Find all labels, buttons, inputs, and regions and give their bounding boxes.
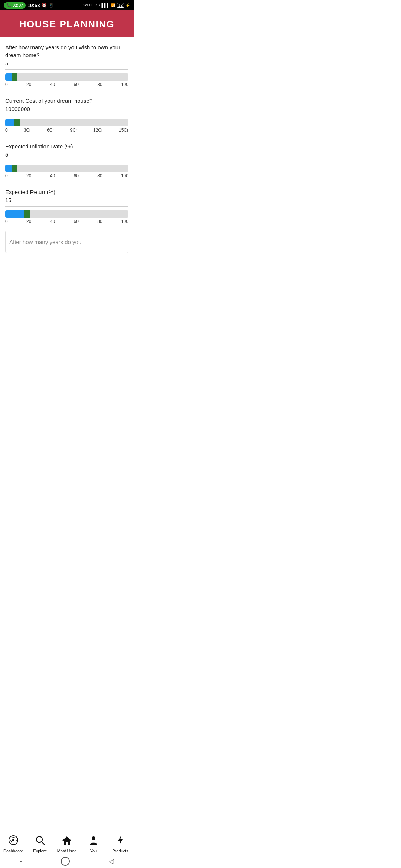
divider-return [5, 206, 128, 207]
ret-label-80: 80 [97, 219, 102, 224]
ret-label-100: 100 [121, 219, 128, 224]
label-60: 60 [74, 82, 78, 87]
main-content: After how many years do you wish to own … [0, 37, 134, 305]
status-bar: 📞 02:07 19:58 ⏰ 📱 VoLTE 4G ▌▌▌ 📶 12 ⚡ [0, 0, 134, 10]
ret-label-20: 20 [26, 219, 31, 224]
slider-years[interactable]: 0 20 40 60 80 100 [5, 73, 128, 87]
wifi-icon: 📶 [111, 3, 115, 7]
battery-icon: 12 [117, 3, 124, 8]
question-inflation-label: Expected Inflation Rate (%) [5, 142, 128, 150]
slider-inflation[interactable]: 0 20 40 60 80 100 [5, 165, 128, 178]
inf-label-100: 100 [121, 173, 128, 178]
divider-cost [5, 115, 128, 115]
slider-return-track[interactable] [5, 210, 128, 218]
question-cost: Current Cost of your dream house? 100000… [5, 90, 128, 136]
call-icon: 📱 [49, 3, 54, 8]
status-right: VoLTE 4G ▌▌▌ 📶 12 ⚡ [82, 3, 130, 8]
slider-cost-track[interactable] [5, 119, 128, 126]
slider-inflation-labels: 0 20 40 60 80 100 [5, 173, 128, 178]
label-0: 0 [5, 82, 8, 87]
divider-inflation [5, 161, 128, 161]
label-9cr: 9Cr [70, 128, 77, 133]
inf-label-20: 20 [26, 173, 31, 178]
question-years-value: 5 [5, 60, 128, 66]
4g-icon: 4G [96, 3, 100, 7]
slider-return-green [24, 210, 30, 218]
slider-inflation-green [12, 165, 17, 172]
slider-years-blue [5, 73, 12, 81]
bolt-icon: ⚡ [125, 3, 130, 7]
slider-cost[interactable]: 0 3Cr 6Cr 9Cr 12Cr 15Cr [5, 119, 128, 133]
slider-years-labels: 0 20 40 60 80 100 [5, 82, 128, 87]
ret-label-40: 40 [50, 219, 55, 224]
app-title: HOUSE PLANNING [4, 19, 130, 30]
question-years-label: After how many years do you wish to own … [5, 43, 128, 59]
slider-inflation-track[interactable] [5, 165, 128, 172]
status-left: 📞 02:07 19:58 ⏰ 📱 [4, 2, 54, 9]
slider-return-labels: 0 20 40 60 80 100 [5, 219, 128, 224]
slider-years-track[interactable] [5, 73, 128, 81]
label-6cr: 6Cr [47, 128, 54, 133]
question-cost-value: 10000000 [5, 106, 128, 112]
slider-cost-labels: 0 3Cr 6Cr 9Cr 12Cr 15Cr [5, 128, 128, 133]
question-return-label: Expected Return(%) [5, 188, 128, 196]
slider-return-blue [5, 210, 24, 218]
label-12cr: 12Cr [93, 128, 103, 133]
inf-label-80: 80 [97, 173, 102, 178]
result-peek-text: After how many years do you [9, 239, 81, 245]
label-15cr: 15Cr [119, 128, 128, 133]
label-3cr: 3Cr [24, 128, 31, 133]
label-20: 20 [26, 82, 31, 87]
slider-inflation-blue [5, 165, 12, 172]
question-inflation-value: 5 [5, 151, 128, 158]
inf-label-40: 40 [50, 173, 55, 178]
signal-icon: ▌▌▌ [102, 3, 110, 7]
question-years: After how many years do you wish to own … [5, 37, 128, 90]
phone-icon: 📞 [6, 3, 12, 8]
ret-label-0: 0 [5, 219, 8, 224]
phone-call-indicator: 📞 02:07 [4, 2, 26, 9]
volte-icon: VoLTE [82, 3, 94, 7]
divider-years [5, 69, 128, 70]
label-0cr: 0 [5, 128, 8, 133]
slider-years-green [12, 73, 17, 81]
question-inflation: Expected Inflation Rate (%) 5 0 20 40 60… [5, 136, 128, 181]
label-40: 40 [50, 82, 55, 87]
question-return-value: 15 [5, 197, 128, 203]
slider-cost-blue [5, 119, 14, 126]
inf-label-0: 0 [5, 173, 8, 178]
time-display: 19:58 [27, 3, 40, 8]
slider-cost-green [14, 119, 20, 126]
label-80: 80 [97, 82, 102, 87]
app-header: HOUSE PLANNING [0, 10, 134, 37]
result-card-peek[interactable]: After how many years do you [5, 231, 128, 253]
question-cost-label: Current Cost of your dream house? [5, 97, 128, 105]
alarm-icon: ⏰ [42, 3, 47, 8]
ret-label-60: 60 [74, 219, 78, 224]
label-100: 100 [121, 82, 128, 87]
inf-label-60: 60 [74, 173, 78, 178]
question-return: Expected Return(%) 15 0 20 40 60 80 100 [5, 181, 128, 227]
slider-return[interactable]: 0 20 40 60 80 100 [5, 210, 128, 224]
call-time: 02:07 [13, 3, 23, 7]
